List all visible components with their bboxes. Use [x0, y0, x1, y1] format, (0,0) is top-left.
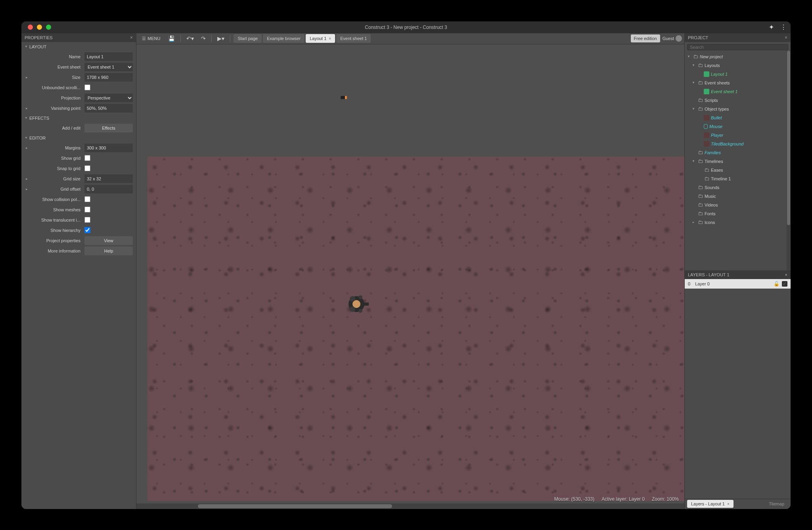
layout-canvas[interactable]: Mouse: (530, -333) Active layer: Layer 0…: [136, 44, 684, 509]
tree-objtypes[interactable]: ▼Object types: [685, 105, 791, 113]
layers-list: 0 Layer 0 🔓 ✓: [685, 279, 791, 499]
tab-eventsheet[interactable]: Event sheet 1: [336, 34, 371, 43]
canvas-status: Mouse: (530, -333) Active layer: Layer 0…: [554, 496, 679, 502]
size-input[interactable]: [84, 73, 133, 82]
free-edition-badge[interactable]: Free edition: [631, 34, 660, 42]
tree-sounds[interactable]: Sounds: [685, 183, 791, 192]
avatar-icon: [676, 35, 682, 42]
tree-timeline1[interactable]: Timeline 1: [685, 174, 791, 183]
meshes-checkbox[interactable]: [84, 207, 90, 212]
tree-player[interactable]: Player: [685, 131, 791, 140]
snapgrid-checkbox[interactable]: [84, 165, 90, 171]
account-button[interactable]: Guest: [663, 35, 682, 42]
close-icon[interactable]: ×: [785, 272, 787, 277]
menu-button[interactable]: ☰ MENU: [139, 34, 163, 43]
tab-layers[interactable]: Layers - Layout 1×: [687, 500, 733, 508]
svg-point-5: [358, 295, 362, 299]
redo-icon[interactable]: ↷: [199, 35, 208, 42]
effects-button[interactable]: Effects: [84, 124, 133, 132]
right-panels: PROJECT × ▼New project ▼Layouts Layout 1…: [684, 33, 791, 509]
section-effects[interactable]: EFFECTS: [21, 113, 136, 123]
main-toolbar: ☰ MENU 💾 ↶▾ ↷ ▶▾ Start page Example brow…: [136, 33, 684, 44]
tab-example-browser[interactable]: Example browser: [263, 34, 304, 43]
tiled-background-object[interactable]: [147, 157, 684, 501]
tree-root[interactable]: ▼New project: [685, 52, 791, 61]
project-tree: ▼New project ▼Layouts Layout 1 ▼Event sh…: [685, 51, 791, 270]
gridsize-input[interactable]: [84, 174, 133, 183]
right-bottom-tabs: Layers - Layout 1× Tilemap: [685, 499, 791, 509]
help-button[interactable]: Help: [84, 247, 133, 255]
lock-icon[interactable]: 🔓: [774, 281, 779, 287]
section-editor[interactable]: EDITOR: [21, 133, 136, 143]
app-window: Construct 3 - New project - Construct 3 …: [21, 21, 791, 509]
tab-tilemap[interactable]: Tilemap: [765, 500, 788, 508]
tree-layout1[interactable]: Layout 1: [685, 70, 791, 78]
tree-families[interactable]: Families: [685, 148, 791, 157]
tree-scripts[interactable]: Scripts: [685, 96, 791, 105]
play-icon[interactable]: ▶▾: [215, 35, 227, 42]
vanishing-input[interactable]: [84, 104, 133, 113]
kebab-menu-icon[interactable]: ⋮: [780, 23, 787, 31]
view-button[interactable]: View: [84, 236, 133, 245]
hierarchy-checkbox[interactable]: [84, 227, 90, 233]
extension-icon[interactable]: ✦: [769, 23, 774, 31]
window-title: Construct 3 - New project - Construct 3: [365, 25, 447, 30]
titlebar: Construct 3 - New project - Construct 3 …: [21, 21, 791, 33]
tree-videos[interactable]: Videos: [685, 201, 791, 209]
visibility-checkbox[interactable]: ✓: [782, 281, 787, 287]
window-controls: [21, 25, 51, 30]
layer-row[interactable]: 0 Layer 0 🔓 ✓: [685, 279, 791, 289]
svg-point-6: [358, 309, 362, 313]
tree-fonts[interactable]: Fonts: [685, 209, 791, 218]
svg-point-4: [350, 306, 355, 312]
tree-eventsheet1[interactable]: Event sheet 1: [685, 87, 791, 96]
undo-icon[interactable]: ↶▾: [184, 35, 196, 42]
showgrid-checkbox[interactable]: [84, 155, 90, 161]
bullet-sprite[interactable]: [341, 96, 347, 99]
gridoffset-input[interactable]: [84, 185, 133, 193]
maximize-icon[interactable]: [46, 25, 51, 30]
tree-bullet[interactable]: Bullet: [685, 113, 791, 122]
unbounded-checkbox[interactable]: [84, 84, 90, 90]
tree-scrollbar[interactable]: [787, 51, 791, 270]
close-icon[interactable]: ×: [329, 36, 331, 41]
eventsheet-select[interactable]: Event sheet 1: [84, 63, 133, 71]
close-icon[interactable]: [28, 25, 33, 30]
properties-panel: PROPERTIES × LAYOUT Name Event sheetEven…: [21, 33, 136, 509]
margins-input[interactable]: [84, 144, 133, 152]
tree-timelines[interactable]: ▼Timelines: [685, 157, 791, 166]
close-icon[interactable]: ×: [785, 35, 787, 40]
minimize-icon[interactable]: [37, 25, 42, 30]
save-icon[interactable]: 💾: [166, 35, 177, 42]
tree-eventsheets[interactable]: ▼Event sheets: [685, 78, 791, 87]
player-sprite[interactable]: [343, 290, 370, 318]
tree-mouse[interactable]: Mouse: [685, 122, 791, 131]
project-search-input[interactable]: [687, 44, 788, 50]
tab-layout[interactable]: Layout 1×: [306, 34, 335, 43]
translucent-checkbox[interactable]: [84, 217, 90, 223]
close-icon[interactable]: ×: [130, 35, 133, 40]
tree-layouts[interactable]: ▼Layouts: [685, 61, 791, 70]
editor-tabs: Start page Example browser Layout 1× Eve…: [234, 34, 371, 43]
tree-tiledbg[interactable]: TiledBackground: [685, 140, 791, 148]
close-icon[interactable]: ×: [727, 502, 730, 506]
properties-header: PROPERTIES ×: [21, 33, 136, 42]
projection-select[interactable]: Perspective: [84, 94, 133, 102]
name-input[interactable]: [84, 52, 133, 61]
tree-icons[interactable]: ▸Icons: [685, 218, 791, 227]
layers-header: LAYERS - LAYOUT 1 ×: [685, 270, 791, 279]
section-layout[interactable]: LAYOUT: [21, 42, 136, 52]
collision-checkbox[interactable]: [84, 196, 90, 202]
tree-music[interactable]: Music: [685, 192, 791, 201]
svg-point-3: [350, 296, 355, 302]
project-header: PROJECT ×: [685, 33, 791, 42]
horizontal-scrollbar[interactable]: [136, 503, 684, 509]
tree-eases[interactable]: Eases: [685, 166, 791, 174]
tab-start-page[interactable]: Start page: [234, 34, 262, 43]
svg-rect-2: [362, 302, 369, 306]
